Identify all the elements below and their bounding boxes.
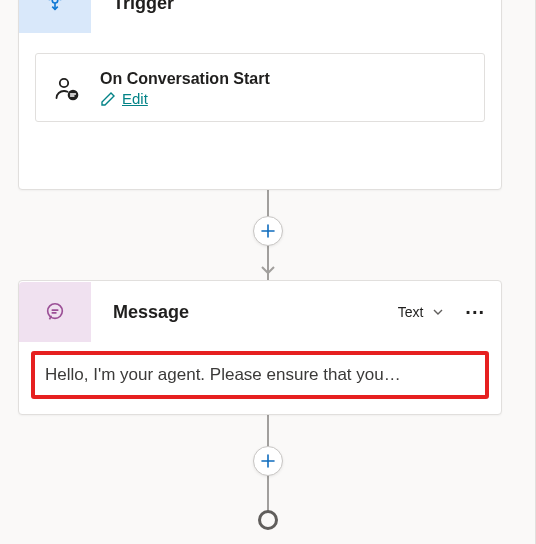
message-content[interactable]: Hello, I'm your agent. Please ensure tha… <box>45 365 475 385</box>
person-chat-icon <box>52 74 82 104</box>
message-node[interactable]: Message Text ··· Hello, I'm your agent. … <box>18 280 502 415</box>
svg-point-4 <box>48 304 63 319</box>
svg-point-1 <box>52 0 58 3</box>
end-node-icon <box>258 510 278 530</box>
svg-point-2 <box>60 78 68 86</box>
trigger-event-title: On Conversation Start <box>100 70 270 88</box>
plus-icon <box>261 224 275 238</box>
edit-label: Edit <box>122 90 148 107</box>
message-content-highlight: Hello, I'm your agent. Please ensure tha… <box>31 351 489 399</box>
add-node-button[interactable] <box>253 216 283 246</box>
message-type-dropdown[interactable] <box>427 301 449 323</box>
trigger-title: Trigger <box>113 0 501 14</box>
trigger-icon <box>19 0 91 33</box>
add-node-button[interactable] <box>253 446 283 476</box>
trigger-event-text: On Conversation Start Edit <box>100 70 270 107</box>
svg-point-3 <box>68 89 79 100</box>
message-title: Message <box>113 302 398 323</box>
message-type-label: Text <box>398 304 424 320</box>
chevron-down-icon <box>431 305 445 319</box>
trigger-event-card[interactable]: On Conversation Start Edit <box>35 53 485 122</box>
trigger-header: Trigger <box>19 0 501 33</box>
message-icon <box>19 282 91 342</box>
arrow-down-icon <box>260 262 276 282</box>
plus-icon <box>261 454 275 468</box>
message-header: Message Text ··· <box>19 281 501 343</box>
message-more-menu[interactable]: ··· <box>459 301 501 324</box>
trigger-node[interactable]: Trigger On Conversation Start Edit <box>18 0 502 190</box>
edit-trigger-link[interactable]: Edit <box>100 90 148 107</box>
pencil-icon <box>100 91 116 107</box>
flow-canvas: Trigger On Conversation Start Edit <box>0 0 536 544</box>
